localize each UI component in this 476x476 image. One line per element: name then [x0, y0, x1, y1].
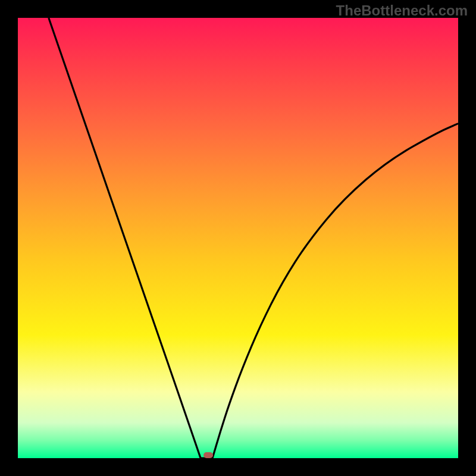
curve-layer — [18, 18, 458, 458]
bottleneck-curve-right — [212, 124, 458, 458]
watermark-text: TheBottleneck.com — [336, 2, 468, 19]
optimum-marker — [203, 452, 213, 458]
plot-area — [18, 18, 458, 458]
bottleneck-curve-left — [49, 18, 201, 458]
chart-frame: TheBottleneck.com — [0, 0, 476, 476]
